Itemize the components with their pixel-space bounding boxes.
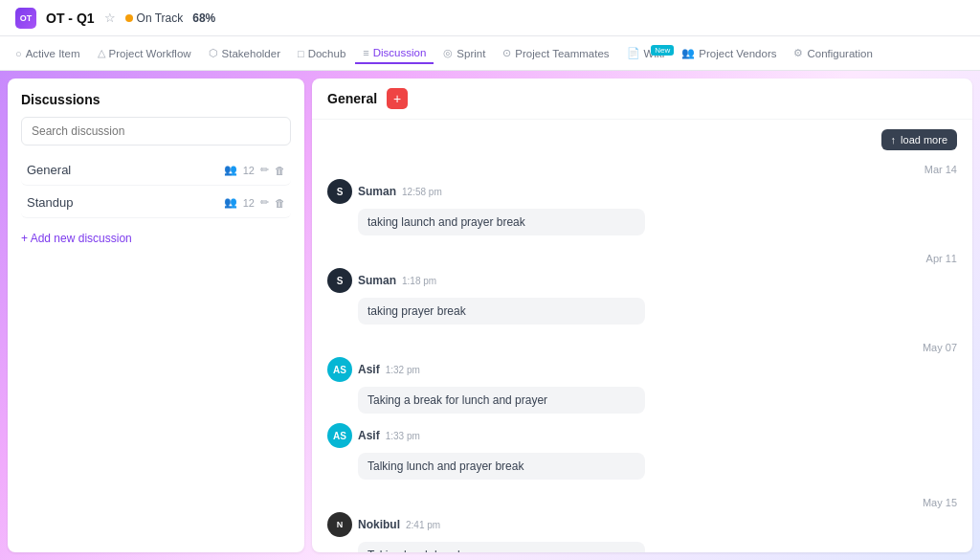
project-workflow-icon: △ — [98, 47, 105, 59]
message-group-3: AS Asif 1:32 pm Taking a break for lunch… — [327, 357, 957, 414]
avatar-nokibul: N — [327, 512, 352, 537]
nav-label-configuration: Configuration — [807, 48, 872, 59]
message-header-5: N Nokibul 2:41 pm — [327, 512, 957, 537]
edit-icon-standup[interactable]: ✏ — [260, 196, 269, 209]
teammates-icon: ⊙ — [502, 47, 511, 59]
dochub-icon: □ — [298, 48, 304, 59]
nav-item-project-workflow[interactable]: △ Project Workflow — [90, 43, 199, 63]
date-separator-mar14: Mar 14 — [327, 156, 957, 179]
delete-icon-standup[interactable]: 🗑 — [275, 197, 285, 209]
discussion-item-standup[interactable]: Standup 👥 12 ✏ 🗑 — [21, 188, 291, 218]
nav-item-project-teammates[interactable]: ⊙ Project Teammates — [495, 43, 616, 63]
status-badge: On Track — [125, 11, 184, 25]
nav-label-discussion: Discussion — [373, 47, 427, 58]
nav-item-stakeholder[interactable]: ⬡ Stakeholder — [201, 43, 288, 63]
nav-label-active-item: Active Item — [26, 48, 80, 59]
nav-label-project-vendors: Project Vendors — [699, 48, 776, 59]
chat-messages: ↑ load more Mar 14 S Suman 12:58 pm taki… — [312, 120, 972, 552]
message-group-2: S Suman 1:18 pm taking prayer break — [327, 268, 957, 325]
sidebar: Discussions General 👥 12 ✏ 🗑 Standup 👥 1… — [8, 78, 304, 552]
people-icon-standup: 👥 — [224, 196, 237, 209]
nav-item-configuration[interactable]: ⚙ Configuration — [786, 43, 880, 63]
nav-label-stakeholder: Stakeholder — [222, 48, 280, 59]
active-item-icon: ○ — [15, 48, 22, 59]
chat-area: General + ↑ load more Mar 14 S Suman 12:… — [312, 78, 972, 552]
count-standup: 12 — [243, 197, 255, 209]
people-icon-general: 👥 — [224, 164, 237, 176]
message-header-1: S Suman 12:58 pm — [327, 179, 957, 204]
nav-label-project-teammates: Project Teammates — [515, 48, 609, 59]
sidebar-title: Discussions — [21, 92, 291, 107]
message-group-5: N Nokibul 2:41 pm Taking lunch break — [327, 512, 957, 552]
message-time-3: 1:32 pm — [386, 365, 420, 375]
nav-label-sprint: Sprint — [457, 48, 485, 59]
new-badge-wiki: New — [651, 45, 674, 56]
search-input[interactable] — [21, 117, 291, 146]
message-time-2: 1:18 pm — [402, 276, 436, 286]
discussion-name-general: General — [27, 163, 71, 177]
date-separator-apr11: Apr 11 — [327, 245, 957, 268]
nav-label-dochub: Dochub — [308, 48, 346, 59]
message-bubble-5: Taking lunch break — [358, 542, 645, 552]
chat-header: General + — [312, 78, 972, 120]
message-header-4: AS Asif 1:33 pm — [327, 423, 957, 448]
main-content: Discussions General 👥 12 ✏ 🗑 Standup 👥 1… — [0, 71, 980, 560]
nav-item-discussion[interactable]: ≡ Discussion — [355, 43, 434, 64]
message-bubble-1: taking launch and prayer break — [358, 209, 645, 235]
discussion-item-general[interactable]: General 👥 12 ✏ 🗑 — [21, 155, 291, 186]
discussion-icon: ≡ — [363, 47, 368, 58]
nav-item-dochub[interactable]: □ Dochub — [290, 44, 353, 63]
nav-item-project-vendors[interactable]: 👥 Project Vendors — [674, 43, 784, 63]
load-more-button[interactable]: ↑ load more — [881, 129, 957, 150]
wiki-icon: 📄 — [627, 47, 640, 59]
load-more-label: load more — [901, 134, 947, 146]
discussion-name-standup: Standup — [27, 195, 73, 210]
count-general: 12 — [243, 165, 255, 176]
avatar-suman-2: S — [327, 268, 352, 293]
top-bar: OT OT - Q1 ☆ On Track 68% — [0, 0, 980, 36]
message-bubble-4: Talking lunch and prayer break — [358, 453, 645, 480]
sender-name-3: Asif — [358, 363, 380, 376]
status-dot — [125, 14, 133, 22]
avatar-asif-1: AS — [327, 357, 352, 382]
sender-name-4: Asif — [358, 429, 380, 442]
message-bubble-3: Taking a break for lunch and prayer — [358, 387, 645, 414]
discussion-list: General 👥 12 ✏ 🗑 Standup 👥 12 ✏ 🗑 — [21, 155, 291, 218]
message-group-4: AS Asif 1:33 pm Talking lunch and prayer… — [327, 423, 957, 480]
message-bubble-2: taking prayer break — [358, 298, 645, 325]
message-time-1: 12:58 pm — [402, 187, 442, 197]
stakeholder-icon: ⬡ — [209, 47, 218, 59]
date-separator-may15: May 15 — [327, 489, 957, 512]
nav-bar: ○ Active Item △ Project Workflow ⬡ Stake… — [0, 36, 980, 71]
edit-icon-general[interactable]: ✏ — [260, 164, 269, 176]
delete-icon-general[interactable]: 🗑 — [275, 165, 285, 176]
load-icon: ↑ — [891, 134, 897, 146]
nav-label-project-workflow: Project Workflow — [109, 48, 191, 59]
sprint-icon: ◎ — [443, 47, 453, 59]
add-channel-button[interactable]: + — [387, 88, 408, 109]
message-time-5: 2:41 pm — [406, 520, 440, 530]
avatar-asif-2: AS — [327, 423, 352, 448]
nav-item-sprint[interactable]: ◎ Sprint — [435, 43, 493, 63]
discussion-actions-general: 👥 12 ✏ 🗑 — [224, 164, 285, 176]
message-time-4: 1:33 pm — [386, 431, 420, 441]
progress-text: 68% — [192, 11, 215, 25]
message-header-2: S Suman 1:18 pm — [327, 268, 957, 293]
sender-name-1: Suman — [358, 185, 396, 198]
nav-item-wiki[interactable]: 📄 Wiki New — [619, 43, 673, 63]
discussion-actions-standup: 👥 12 ✏ 🗑 — [224, 196, 285, 209]
nav-item-active-item[interactable]: ○ Active Item — [8, 44, 88, 63]
status-label: On Track — [137, 11, 184, 25]
project-title: OT - Q1 — [46, 11, 95, 26]
add-discussion-button[interactable]: + Add new discussion — [21, 228, 291, 249]
configuration-icon: ⚙ — [793, 47, 803, 59]
sender-name-5: Nokibul — [358, 518, 400, 531]
app-icon: OT — [15, 8, 36, 29]
sender-name-2: Suman — [358, 274, 396, 287]
vendors-icon: 👥 — [681, 47, 695, 59]
message-group-1: S Suman 12:58 pm taking launch and praye… — [327, 179, 957, 235]
star-icon[interactable]: ☆ — [104, 11, 116, 25]
date-separator-may07: May 07 — [327, 334, 957, 357]
chat-channel-title: General — [327, 91, 377, 106]
avatar-suman-1: S — [327, 179, 352, 204]
